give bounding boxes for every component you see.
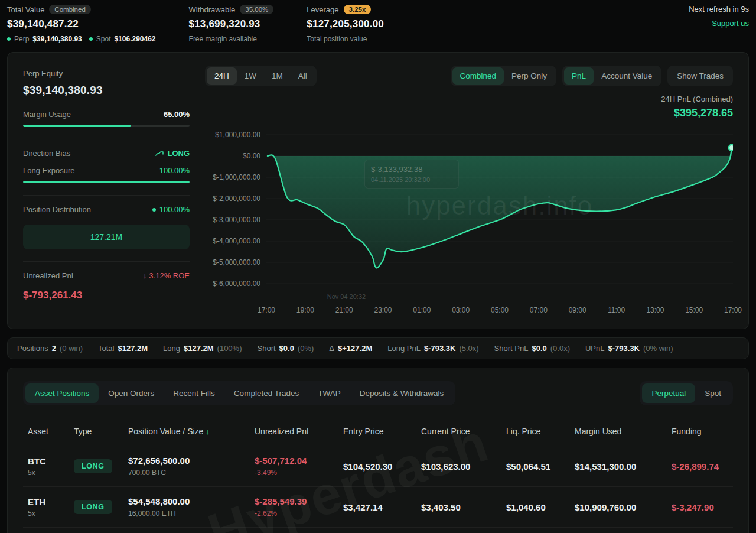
direction-bias-value: LONG [167,149,190,158]
x-tick: 19:00 [296,306,314,314]
summary-value: $127.2M [118,344,148,353]
summary-sub: (0% win) [643,344,673,353]
tab-open-orders[interactable]: Open Orders [99,384,164,403]
asset-leverage: 5x [28,469,64,477]
current-price: $103,623.00 [416,446,501,487]
summary-sub: (100%) [217,344,242,353]
summary-label: Total [98,344,114,353]
show-trades-button[interactable]: Show Trades [669,67,731,84]
x-axis-labels: 17:00 19:00 21:00 23:00 01:00 03:00 05:0… [266,306,733,318]
col-unrealized-pnl[interactable]: Unrealized PnL [250,421,338,446]
x-tick: 11:00 [608,306,625,314]
col-margin-used[interactable]: Margin Used [570,421,667,446]
funding: $-26,899.74 [667,446,733,487]
total-value-block: Total Value Combined $39,140,487.22 Perp… [7,5,156,43]
position-distribution-label: Position Distribution [23,205,91,214]
range-tab-24h[interactable]: 24H [207,67,237,84]
row-upnl-pct: -3.49% [255,469,334,477]
margin-used: $10,909,760.00 [570,487,667,528]
mode-tabgroup: Combined Perp Only [451,66,557,86]
summary-value: $0.0 [279,344,294,353]
distribution-dot-icon [152,208,156,212]
position-distribution-section: Position Distribution 100.00% 127.21M [23,195,190,261]
funding: $-3,247.90 [667,487,733,528]
tab-completed-trades[interactable]: Completed Trades [224,384,308,403]
margin-usage-label: Margin Usage [23,110,71,119]
support-us-link[interactable]: Support us [712,19,749,28]
sort-desc-icon[interactable]: ↓ [206,427,210,436]
col-liq-price[interactable]: Liq. Price [501,421,570,446]
col-current-price[interactable]: Current Price [416,421,501,446]
position-type-badge: LONG [74,500,112,514]
unrealized-pnl-label: Unrealized PnL [23,271,76,280]
spot-dot-icon [89,37,93,41]
tooltip-date: 04.11.2025 20:32:00 [371,176,452,183]
tab-recent-fills[interactable]: Recent Fills [164,384,224,403]
leverage-block: Leverage 3.25x $127,205,300.00 Total pos… [307,5,384,43]
perp-value: $39,140,380.93 [32,35,82,43]
x-tick: 09:00 [569,306,586,314]
perp-equity-value: $39,140,380.93 [23,84,190,97]
col-entry-price[interactable]: Entry Price [338,421,416,446]
show-trades-group: Show Trades [667,66,733,86]
col-funding[interactable]: Funding [667,421,733,446]
roe-value: 3.12% ROE [149,271,190,280]
x-tick: 13:00 [646,306,664,314]
positions-panel: Asset Positions Open Orders Recent Fills… [7,368,749,533]
x-tick: 23:00 [374,306,392,314]
liq-price: $50,064.51 [501,446,570,487]
position-distribution-bar[interactable]: 127.21M [23,225,190,249]
leverage-badge: 3.25x [344,5,372,14]
margin-usage-bar-fill [23,125,131,127]
tab-asset-positions[interactable]: Asset Positions [25,384,99,403]
overview-panel: Perp Equity $39,140,380.93 Margin Usage … [7,52,749,329]
table-row[interactable]: BTC5x LONG $72,656,500.00700.00 BTC $-50… [23,446,733,487]
x-tick: 17:00 [258,306,275,314]
summary-sub: (5.0x) [459,344,478,353]
summary-label: Long [163,344,180,353]
direction-bias-label: Direction Bias [23,149,70,158]
mode-tab-perp-only[interactable]: Perp Only [504,67,555,84]
range-tab-all[interactable]: All [291,67,315,84]
leverage-sub: Total position value [307,35,384,43]
position-type-badge: LONG [74,459,112,473]
tab-perpetual[interactable]: Perpetual [642,384,695,403]
margin-usage-value: 65.00% [164,110,190,119]
table-row[interactable]: ETH5x LONG $54,548,800.0016,000.00 ETH $… [23,487,733,528]
range-tab-1w[interactable]: 1W [237,67,264,84]
tab-deposits-withdrawals[interactable]: Deposits & Withdrawals [350,384,454,403]
pnl-plot[interactable]: hyperdash.info $-3,133,932.38 04.11.2025… [266,124,733,301]
tab-spot[interactable]: Spot [695,384,731,403]
total-value-amount: $39,140,487.22 [7,18,156,30]
tooltip-value: $-3,133,932.38 [371,165,452,174]
mode-tab-combined[interactable]: Combined [452,67,504,84]
withdrawable-block: Withdrawable 35.00% $13,699,320.93 Free … [189,5,274,43]
row-upnl: $-507,712.04 [255,456,334,466]
trending-up-icon [155,150,164,157]
x-tick: 21:00 [335,306,353,314]
x-tick: 03:00 [452,306,470,314]
metric-tab-pnl[interactable]: PnL [564,67,594,84]
spot-label: Spot [96,35,111,43]
summary-value: $-793.3K [608,344,640,353]
summary-value: $127.2M [184,344,214,353]
position-size: 16,000.00 ETH [128,509,245,518]
summary-label: Short [258,344,276,353]
top-stats-bar: Total Value Combined $39,140,487.22 Perp… [0,0,756,52]
y-tick: $-6,000,000.00 [213,279,260,288]
perp-equity-label: Perp Equity [23,69,190,78]
withdrawable-pct-badge: 35.00% [240,5,273,14]
y-tick: $-3,000,000.00 [213,215,260,225]
pnl-caption: 24H PnL (Combined) [205,95,733,103]
col-position-value[interactable]: Position Value / Size ↓ [123,421,250,446]
metric-tab-account-value[interactable]: Account Value [594,67,660,84]
range-tab-1m[interactable]: 1M [264,67,291,84]
arrow-down-icon: ↓ [143,271,147,280]
col-type[interactable]: Type [69,421,123,446]
summary-sub: (0 win) [60,344,83,353]
leverage-label: Leverage [307,5,338,14]
unrealized-pnl-section: Unrealized PnL ↓ 3.12% ROE $-793,261.43 [23,261,190,313]
col-asset[interactable]: Asset [23,421,69,446]
range-tabgroup: 24H 1W 1M All [205,66,317,86]
tab-twap[interactable]: TWAP [308,384,350,403]
